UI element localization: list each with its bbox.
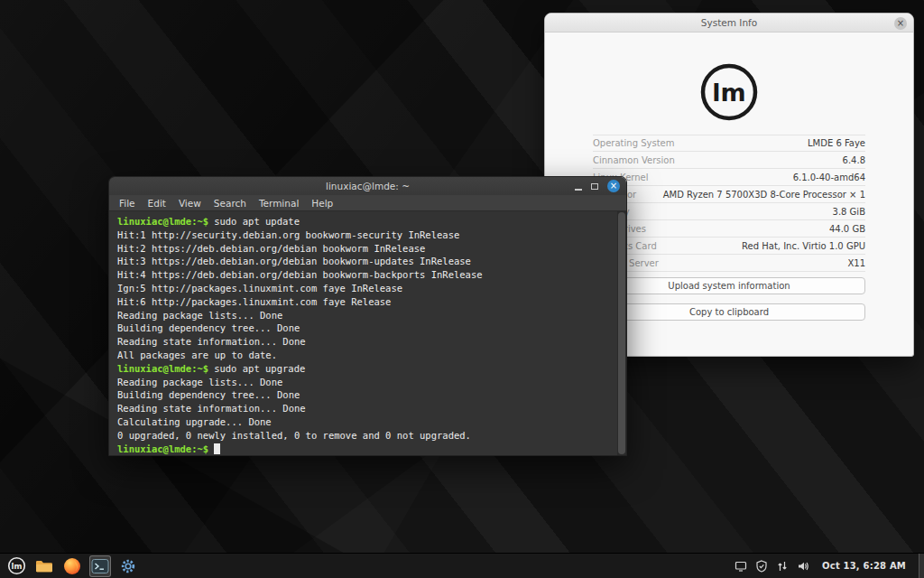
taskbar: lm [0,553,924,578]
firefox-icon [63,557,81,575]
system-info-row: Hard Drives 44.0 GB [593,220,865,238]
mint-menu-button[interactable]: lm [5,555,27,577]
terminal-line-text: sudo apt update [214,216,300,227]
file-manager-button[interactable] [33,555,55,577]
system-info-titlebar[interactable]: System Info × [545,14,913,33]
terminal-menu-item[interactable]: Edit [142,198,172,209]
terminal-line: All packages are up to date. [117,349,615,362]
mint-menu-icon: lm [7,556,26,575]
volume-icon [797,560,809,573]
terminal-line-text: Hit:6 http://packages.linuxmint.com faye… [117,296,391,307]
logo-text: lm [712,79,745,107]
terminal-title: linuxiac@lmde: ~ [109,181,626,191]
terminal-scrollbar[interactable] [617,211,626,455]
terminal-menu-item[interactable]: View [172,198,208,209]
firefox-button[interactable] [61,555,83,577]
terminal-line: Hit:2 https://deb.debian.org/debian book… [117,242,615,256]
terminal-line-text: Reading package lists... Done [117,377,282,387]
terminal-line-text: Reading state information... Done [117,403,306,414]
system-info-row-value: Red Hat, Inc. Virtio 1.0 GPU [742,241,865,251]
system-info-table: Operating System LMDE 6 Faye Cinnamon Ve… [593,135,865,272]
terminal-line-text: Hit:2 https://deb.debian.org/debian book… [117,243,425,254]
system-info-row: Graphics Card Red Hat, Inc. Virtio 1.0 G… [593,238,865,255]
system-info-row: Processor AMD Ryzen 7 5700X3D 8-Core Pro… [593,186,865,203]
svg-text:lm: lm [11,562,22,571]
terminal-line-text: Calculating upgrade... Done [117,416,272,427]
terminal-taskbar-button[interactable] [89,555,111,577]
system-info-row-value: 3.8 GiB [833,207,865,217]
show-desktop-button[interactable] [919,554,924,578]
network-icon [776,560,789,573]
terminal-titlebar[interactable]: linuxiac@lmde: ~ × [109,177,626,195]
system-info-row-label: Operating System [593,138,674,148]
network-tray-button[interactable] [775,559,789,573]
terminal-line: Building dependency tree... Done [117,322,615,335]
shell-prompt: linuxiac@lmde:~$ [117,363,208,374]
terminal-line: Reading state information... Done [117,335,615,349]
system-info-row-value: X11 [847,258,865,268]
terminal-line-text: 0 upgraded, 0 newly installed, 0 to remo… [117,430,471,441]
terminal-line: Calculating upgrade... Done [117,415,615,429]
close-icon[interactable]: × [894,17,907,30]
terminal-window-controls: × [575,180,626,192]
terminal-line: linuxiac@lmde:~$sudo apt upgrade [117,362,615,376]
terminal-line: linuxiac@lmde:~$sudo apt update [117,215,615,228]
system-settings-button[interactable] [117,555,139,577]
shield-check-icon [755,560,768,573]
firewall-tray-button[interactable] [754,559,768,573]
terminal-line: Hit:1 http://security.debian.org bookwor… [117,228,615,242]
system-info-row-value: 44.0 GB [829,224,865,234]
terminal-menu-item[interactable]: Help [305,198,339,209]
system-info-row: Display Server X11 [593,255,865,272]
taskbar-clock[interactable]: Oct 13, 6:28 AM [817,561,911,571]
display-icon [735,560,747,573]
maximize-icon[interactable] [591,183,598,190]
terminal-menu-item[interactable]: File [113,198,142,209]
system-info-row: Operating System LMDE 6 Faye [593,135,865,152]
upload-system-information-button[interactable]: Upload system information [593,277,865,294]
terminal-cursor [214,443,220,454]
terminal-line: Hit:3 https://deb.debian.org/debian book… [117,255,615,268]
terminal-line-text: Hit:1 http://security.debian.org bookwor… [117,229,459,240]
terminal-line: Reading package lists... Done [117,309,615,322]
terminal-line: 0 upgraded, 0 newly installed, 0 to remo… [117,429,615,443]
terminal-line-text: Building dependency tree... Done [117,322,300,333]
system-info-row-value: AMD Ryzen 7 5700X3D 8-Core Processor × 1 [663,190,865,200]
terminal-line-text: Reading state information... Done [117,336,306,347]
terminal-line-text: sudo apt upgrade [214,363,305,374]
terminal-line: Building dependency tree... Done [117,388,615,402]
system-info-actions: Upload system information Copy to clipbo… [593,277,865,321]
terminal-body[interactable]: linuxiac@lmde:~$sudo apt update Hit:1 ht… [109,211,626,455]
terminal-menu-item[interactable]: Terminal [253,198,305,209]
terminal-line: linuxiac@lmde:~$ [117,443,615,456]
system-info-title: System Info [701,17,757,28]
system-info-row-value: LMDE 6 Faye [808,138,865,148]
terminal-line-text: Reading package lists... Done [117,310,282,321]
linux-mint-logo-icon: lm [698,61,761,124]
terminal-line: Hit:6 http://packages.linuxmint.com faye… [117,295,615,309]
terminal-line: Hit:4 https://deb.debian.org/debian book… [117,268,615,282]
terminal-menu-item[interactable]: Search [208,198,253,209]
terminal-line: Reading state information... Done [117,402,615,415]
shell-prompt: linuxiac@lmde:~$ [117,443,208,454]
terminal-line-text: All packages are up to date. [117,350,277,360]
shell-prompt: linuxiac@lmde:~$ [117,216,208,227]
system-info-row-value: 6.1.0-40-amd64 [793,172,865,182]
display-tray-button[interactable] [734,559,747,573]
copy-to-clipboard-button[interactable]: Copy to clipboard [593,303,865,321]
terminal-line: Ign:5 http://packages.linuxmint.com faye… [117,282,615,295]
system-info-row: Memory 3.8 GiB [593,203,865,220]
system-info-row-value: 6.4.8 [843,155,865,165]
terminal-menubar: File Edit View Search Terminal Help [109,195,626,211]
minimize-icon[interactable] [575,189,582,191]
close-icon[interactable]: × [607,180,620,192]
volume-tray-button[interactable] [796,559,809,573]
terminal-scrollbar-thumb[interactable] [618,212,625,454]
terminal-line-text: Hit:4 https://deb.debian.org/debian book… [117,269,483,280]
terminal-icon [91,557,109,575]
system-info-row: Linux Kernel 6.1.0-40-amd64 [593,169,865,186]
folder-icon [35,559,53,573]
taskbar-launchers: lm [0,555,139,577]
system-info-row: Cinnamon Version 6.4.8 [593,152,865,169]
system-tray: Oct 13, 6:28 AM [734,554,924,578]
